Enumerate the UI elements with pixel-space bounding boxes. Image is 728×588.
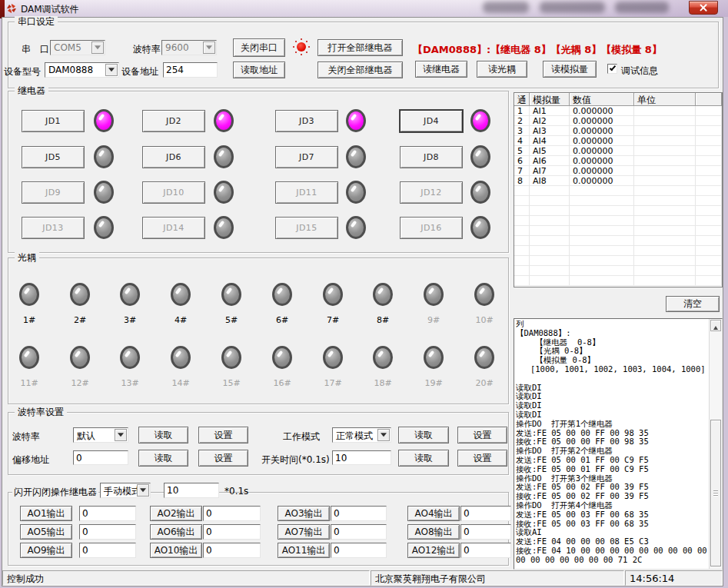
opto-label-10#: 10#: [474, 315, 494, 325]
read-address-button[interactable]: 读取地址: [233, 61, 285, 78]
device-model-select[interactable]: DAM0888: [45, 62, 119, 78]
analog-cell: 0.000000: [570, 126, 634, 136]
ao-output-button-2[interactable]: AO2输出: [150, 506, 202, 521]
relay-led-JD4: [470, 109, 490, 132]
relay-button-JD4[interactable]: JD4: [400, 110, 463, 132]
relay-button-JD9[interactable]: JD9: [22, 181, 85, 204]
ao-output-button-1[interactable]: AO1输出: [20, 506, 72, 521]
relay-button-JD15[interactable]: JD15: [275, 217, 338, 239]
opto-label-9#: 9#: [424, 315, 444, 325]
read-opto-button[interactable]: 读光耦: [477, 61, 527, 78]
switchtime-read-button[interactable]: 读取: [398, 450, 449, 467]
ao-output-input-12[interactable]: [460, 543, 511, 558]
ao-output-input-8[interactable]: [460, 524, 511, 540]
flash-time-input[interactable]: [164, 483, 219, 498]
ao-output-input-6[interactable]: [203, 524, 261, 540]
ao-output-button-5[interactable]: AO5输出: [20, 524, 72, 540]
debug-info-checkbox[interactable]: [607, 64, 617, 74]
log-scrollbar[interactable]: [709, 319, 722, 569]
close-all-relays-button[interactable]: 关闭全部继电器: [317, 61, 403, 78]
flash-mode-select[interactable]: 手动模式: [100, 483, 151, 498]
ao-output-button-7[interactable]: AO7输出: [278, 524, 330, 540]
relay-button-JD11[interactable]: JD11: [275, 181, 338, 204]
analog-empty-cell: [570, 196, 634, 206]
opto-led-11#: [19, 346, 39, 369]
ao-output-input-4[interactable]: [460, 506, 511, 521]
ao-output-button-12[interactable]: AO12输出: [407, 543, 460, 558]
ao-output-input-2[interactable]: [203, 506, 261, 521]
offset-set-button[interactable]: 设置: [198, 450, 248, 467]
workmode-set-button[interactable]: 设置: [457, 427, 507, 443]
open-all-relays-button[interactable]: 打开全部继电器: [317, 39, 403, 56]
chevron-down-icon[interactable]: [115, 429, 127, 441]
opto-label-11#: 11#: [19, 378, 39, 388]
chevron-down-icon[interactable]: [91, 42, 104, 54]
baudcfg-baud-select[interactable]: 默认: [73, 427, 128, 443]
chevron-down-icon[interactable]: [377, 429, 390, 441]
relay-button-JD12[interactable]: JD12: [400, 181, 463, 204]
ao-output-button-10[interactable]: AO10输出: [150, 543, 202, 558]
close-serial-button[interactable]: 关闭串口: [233, 38, 285, 57]
relay-button-JD7[interactable]: JD7: [275, 146, 338, 168]
relay-button-JD1[interactable]: JD1: [22, 110, 85, 132]
ao-output-input-11[interactable]: [331, 543, 387, 558]
offset-address-input[interactable]: [73, 450, 128, 465]
analog-empty-cell: [570, 186, 634, 196]
scrollbar-thumb[interactable]: [710, 420, 721, 566]
ao-output-button-4[interactable]: AO4输出: [407, 506, 460, 521]
analog-col-header-3: 单位: [634, 93, 696, 106]
ao-output-input-10[interactable]: [203, 543, 261, 558]
ao-output-button-8[interactable]: AO8输出: [407, 524, 460, 540]
chevron-down-icon[interactable]: [137, 484, 149, 497]
opto-label-8#: 8#: [373, 315, 393, 325]
read-analog-button[interactable]: 读模拟量: [543, 61, 597, 78]
ao-output-input-3[interactable]: [331, 506, 387, 521]
baud-set-button[interactable]: 设置: [198, 427, 248, 443]
analog-cell: 0.000000: [570, 166, 634, 176]
analog-cell: [696, 116, 722, 126]
ao-output-button-3[interactable]: AO3输出: [278, 506, 330, 521]
relay-button-JD5[interactable]: JD5: [22, 146, 85, 168]
ao-output-input-9[interactable]: [79, 543, 136, 558]
chevron-down-icon[interactable]: [105, 64, 118, 76]
ao-output-button-11[interactable]: AO11输出: [278, 543, 330, 558]
analog-cell: [696, 176, 722, 186]
switch-time-input[interactable]: [332, 450, 391, 465]
relay-button-JD2[interactable]: JD2: [142, 110, 205, 132]
ao-output-input-5[interactable]: [79, 524, 136, 540]
scroll-up-button[interactable]: [710, 320, 721, 331]
baud-read-button[interactable]: 读取: [138, 427, 188, 443]
clear-log-button[interactable]: 清空: [666, 296, 720, 312]
workmode-value: 正常模式: [336, 430, 373, 441]
read-relays-button[interactable]: 读继电器: [415, 61, 467, 78]
workmode-read-button[interactable]: 读取: [398, 427, 449, 443]
baud-rate-select[interactable]: 9600: [161, 40, 217, 55]
log-text: 列 【DAM0888】: 【继电器 0-8】 【光耦 0-8】 【模拟量 0-8…: [516, 320, 722, 565]
chevron-down-icon[interactable]: [203, 42, 215, 54]
analog-cell: 6: [514, 156, 530, 166]
relay-button-JD8[interactable]: JD8: [400, 146, 463, 168]
ao-output-button-6[interactable]: AO6输出: [150, 524, 202, 540]
relay-button-JD10[interactable]: JD10: [142, 181, 205, 204]
com-port-select[interactable]: COM5: [50, 40, 105, 55]
workmode-select[interactable]: 正常模式: [332, 427, 391, 443]
relay-led-JD11: [346, 181, 366, 204]
relay-button-JD16[interactable]: JD16: [400, 217, 463, 239]
analog-empty-cell: [570, 236, 634, 246]
ao-output-input-7[interactable]: [331, 524, 387, 540]
analog-empty-cell: [634, 276, 696, 286]
opto-led-13#: [120, 346, 140, 369]
relay-button-JD13[interactable]: JD13: [22, 217, 85, 239]
switchtime-set-button[interactable]: 设置: [457, 450, 507, 467]
baudcfg-baud-label: 波特率: [12, 430, 40, 443]
ao-output-button-9[interactable]: AO9输出: [20, 543, 72, 558]
device-address-input[interactable]: [163, 62, 218, 78]
ao-output-input-1[interactable]: [79, 506, 136, 521]
offset-read-button[interactable]: 读取: [138, 450, 188, 467]
relay-button-JD14[interactable]: JD14: [142, 217, 205, 239]
opto-led-10#: [474, 283, 494, 306]
relay-button-JD3[interactable]: JD3: [275, 110, 338, 132]
relay-button-JD6[interactable]: JD6: [142, 146, 205, 168]
close-button[interactable]: [689, 1, 718, 15]
title-bar: DAM调试软件: [0, 0, 728, 17]
